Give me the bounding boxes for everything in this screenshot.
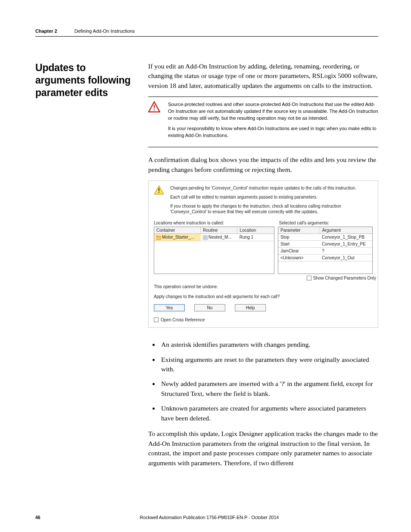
dialog-msg-2: Each call will be edited to maintain arg…: [170, 194, 373, 200]
table-row[interactable]: Motor_Starter_... Nested_M... Rung 1: [154, 234, 274, 241]
list-item: Newly added parameters are inserted with…: [159, 379, 378, 398]
closing-paragraph: To accomplish this update, Logix Designe…: [148, 429, 378, 468]
apply-question: Apply changes to the instruction and edi…: [154, 294, 373, 300]
chapter-title: Defining Add-On Instructions: [75, 28, 135, 34]
attention-callout: Source-protected routines and other sour…: [148, 96, 378, 147]
confirm-dialog: Changes pending for 'Conveyor_Control' i…: [148, 180, 378, 328]
page-footer: 46 Rockwell Automation Publication 1756-…: [35, 515, 378, 520]
cell-parameter: Stop: [278, 234, 320, 240]
svg-rect-1: [154, 105, 155, 109]
cell-parameter: Start: [278, 241, 320, 247]
no-button[interactable]: No: [194, 304, 225, 311]
svg-rect-7: [156, 236, 159, 236]
table-row[interactable]: Start Conveyor_1_Entry_PE: [278, 241, 372, 248]
svg-rect-6: [156, 236, 161, 240]
show-changed-label: Show Changed Parameters Only: [313, 276, 376, 280]
col-container: Container: [154, 227, 201, 233]
attention-text-2: It is your responsibility to know where …: [168, 125, 378, 139]
section-heading: Updates to arguments following parameter…: [35, 62, 135, 99]
attention-text-1: Source-protected routines and other sour…: [168, 101, 378, 122]
arguments-label: Selected call's arguments:: [276, 221, 373, 225]
table-row[interactable]: JamClear ?: [278, 248, 372, 255]
list-item: An asterisk identifies parameters with c…: [159, 340, 378, 349]
bullet-list: An asterisk identifies parameters with c…: [159, 340, 378, 423]
help-button[interactable]: Help: [235, 304, 266, 311]
folder-icon: [156, 235, 161, 240]
svg-rect-2: [154, 109, 155, 111]
show-changed-checkbox[interactable]: [307, 276, 311, 280]
cell-argument: Conveyor_1_Out: [320, 255, 372, 261]
attention-icon: [148, 101, 160, 143]
yes-button[interactable]: Yes: [154, 304, 185, 311]
svg-rect-5: [159, 192, 159, 193]
confirm-paragraph: A confirmation dialog box shows you the …: [148, 155, 378, 174]
cell-routine: Nested_M...: [201, 234, 237, 241]
publication-info: Rockwell Automation Publication 1756-PM0…: [40, 515, 378, 520]
running-header: Chapter 2 Defining Add-On Instructions: [35, 28, 378, 37]
cell-argument: Conveyor_1_Stop_PB: [320, 234, 372, 240]
cell-parameter: <Unknown>: [278, 255, 320, 261]
cell-parameter: JamClear: [278, 248, 320, 254]
table-row[interactable]: Stop Conveyor_1_Stop_PB: [278, 234, 372, 241]
page-number: 46: [35, 515, 40, 520]
chapter-label: Chapter 2: [35, 28, 57, 34]
arguments-table[interactable]: Parameter Argument Stop Conveyor_1_Stop_…: [278, 227, 373, 274]
cell-argument: Conveyor_1_Entry_PE: [320, 241, 372, 247]
cell-argument: ?: [320, 248, 372, 254]
intro-paragraph: If you edit an Add-On Instruction by add…: [148, 62, 378, 90]
locations-label: Locations where instruction is called:: [154, 221, 276, 225]
routine-icon: [203, 235, 208, 240]
cell-container: Motor_Starter_...: [154, 234, 201, 241]
dialog-msg-1: Changes pending for 'Conveyor_Control' i…: [170, 185, 373, 191]
svg-rect-4: [159, 188, 159, 191]
cannot-undo-text: This operation cannot be undone.: [154, 284, 373, 290]
col-routine: Routine: [201, 227, 238, 233]
warning-icon: [154, 185, 165, 218]
col-argument: Argument: [320, 227, 372, 233]
locations-table[interactable]: Container Routine Location Motor_Starter…: [154, 227, 274, 274]
open-xref-checkbox[interactable]: [154, 317, 159, 322]
open-xref-label: Open Cross Reference: [161, 317, 205, 322]
cell-location: Rung 1: [237, 234, 274, 241]
col-location: Location: [237, 227, 274, 233]
table-row[interactable]: <Unknown> Conveyor_1_Out: [278, 255, 372, 261]
dialog-msg-3: If you choose to apply the changes to th…: [170, 203, 373, 215]
list-item: Unknown parameters are created for argum…: [159, 404, 378, 423]
list-item: Existing arguments are reset to the para…: [159, 355, 378, 374]
col-parameter: Parameter: [278, 227, 320, 233]
